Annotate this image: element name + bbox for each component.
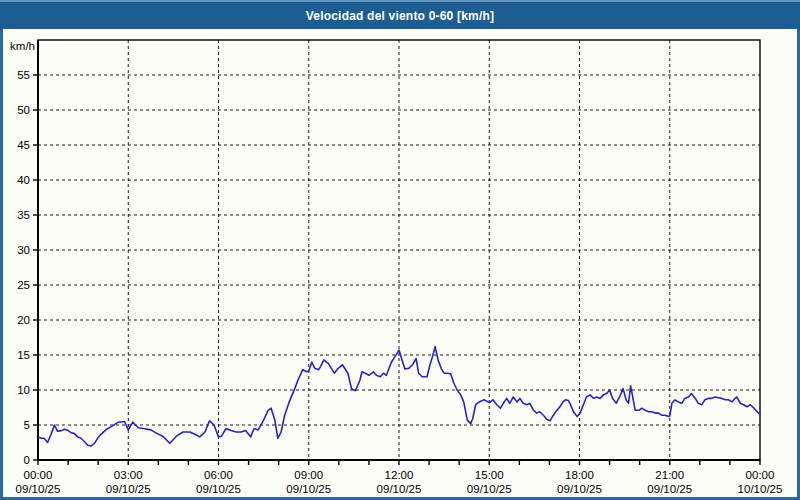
x-date-label: 09/10/25 (647, 483, 692, 495)
y-tick-label: 45 (17, 139, 30, 151)
x-time-label: 00:00 (24, 469, 53, 481)
wind-speed-chart: 0510152025303540455055km/h00:0009/10/250… (0, 0, 800, 500)
y-tick-label: 10 (17, 384, 30, 396)
y-axis-unit-label: km/h (10, 40, 35, 52)
y-tick-label: 30 (17, 244, 30, 256)
wind-chart-window: 0510152025303540455055km/h00:0009/10/250… (0, 0, 800, 500)
y-tick-label: 35 (17, 209, 30, 221)
y-tick-label: 5 (24, 419, 30, 431)
y-tick-label: 25 (17, 279, 30, 291)
x-date-label: 09/10/25 (16, 483, 61, 495)
x-date-label: 09/10/25 (557, 483, 602, 495)
x-date-label: 09/10/25 (377, 483, 422, 495)
y-tick-label: 50 (17, 104, 30, 116)
y-tick-label: 40 (17, 174, 30, 186)
x-time-label: 21:00 (655, 469, 684, 481)
x-time-label: 15:00 (475, 469, 504, 481)
y-tick-label: 20 (17, 314, 30, 326)
x-time-label: 18:00 (565, 469, 594, 481)
chart-titlebar: Velocidad del viento 0-60 [km/h] (0, 0, 800, 29)
frame-border-left (0, 29, 3, 500)
x-date-label: 09/10/25 (286, 483, 331, 495)
x-date-label: 09/10/25 (196, 483, 241, 495)
x-date-label: 09/10/25 (106, 483, 151, 495)
x-date-label: 09/10/25 (467, 483, 512, 495)
x-date-label: 10/10/25 (738, 483, 783, 495)
chart-title: Velocidad del viento 0-60 [km/h] (306, 9, 494, 23)
y-tick-label: 0 (24, 454, 30, 466)
x-time-label: 00:00 (746, 469, 775, 481)
titlebar-top-strip (0, 0, 800, 2)
x-time-label: 09:00 (294, 469, 323, 481)
x-time-label: 03:00 (114, 469, 143, 481)
x-time-label: 12:00 (385, 469, 414, 481)
y-tick-label: 55 (17, 69, 30, 81)
x-time-label: 06:00 (204, 469, 233, 481)
y-tick-label: 15 (17, 349, 30, 361)
